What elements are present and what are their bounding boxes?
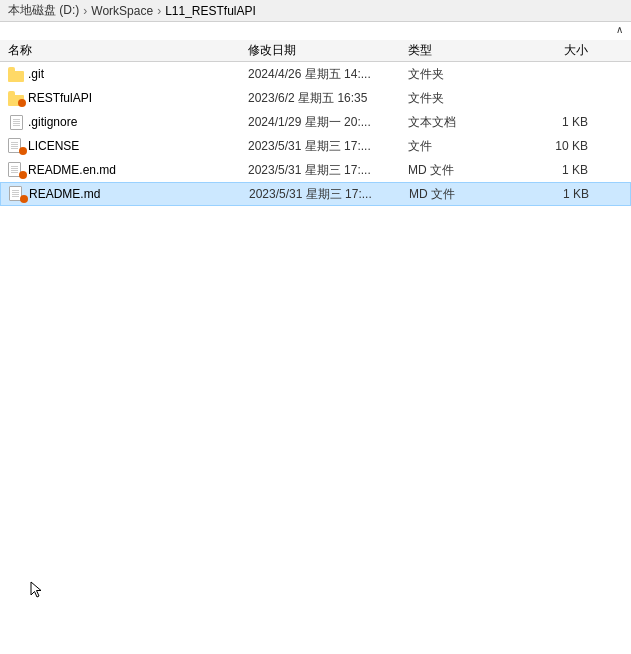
table-row[interactable]: README.md 2023/5/31 星期三 17:... MD 文件 1 K… — [0, 182, 631, 206]
breadcrumb-bar: 本地磁盘 (D:) › WorkSpace › L11_RESTfulAPI — [0, 0, 631, 22]
file-date: 2023/5/31 星期三 17:... — [248, 162, 408, 179]
sort-arrow-icon: ∧ — [616, 24, 623, 38]
text-doc-icon — [8, 114, 24, 130]
file-size: 1 KB — [508, 115, 588, 129]
sort-indicator-bar: ∧ — [0, 22, 631, 40]
file-name: README.md — [29, 187, 249, 201]
folder-icon — [8, 66, 24, 82]
breadcrumb-item-current[interactable]: L11_RESTfulAPI — [165, 4, 256, 18]
file-type: MD 文件 — [408, 162, 508, 179]
breadcrumb-item-workspace[interactable]: WorkSpace — [91, 4, 153, 18]
file-list: .git 2024/4/26 星期五 14:... 文件夹 RESTfulAPI… — [0, 62, 631, 654]
file-date: 2023/5/31 星期三 17:... — [248, 138, 408, 155]
table-row[interactable]: .gitignore 2024/1/29 星期一 20:... 文本文档 1 K… — [0, 110, 631, 134]
table-row[interactable]: LICENSE 2023/5/31 星期三 17:... 文件 10 KB — [0, 134, 631, 158]
md-file-icon — [9, 186, 25, 202]
file-name: README.en.md — [28, 163, 248, 177]
file-type: 文件 — [408, 138, 508, 155]
md-file-icon — [8, 162, 24, 178]
file-list-header: 名称 修改日期 类型 大小 — [0, 40, 631, 62]
file-date: 2024/4/26 星期五 14:... — [248, 66, 408, 83]
column-header-date[interactable]: 修改日期 — [248, 42, 408, 59]
breadcrumb-sep-2: › — [157, 4, 161, 18]
column-header-type[interactable]: 类型 — [408, 42, 508, 59]
file-name: .gitignore — [28, 115, 248, 129]
file-name: .git — [28, 67, 248, 81]
file-name: RESTfulAPI — [28, 91, 248, 105]
file-date: 2024/1/29 星期一 20:... — [248, 114, 408, 131]
file-size: 10 KB — [508, 139, 588, 153]
file-name: LICENSE — [28, 139, 248, 153]
table-row[interactable]: RESTfulAPI 2023/6/2 星期五 16:35 文件夹 — [0, 86, 631, 110]
file-type: 文本文档 — [408, 114, 508, 131]
file-date: 2023/6/2 星期五 16:35 — [248, 90, 408, 107]
file-type: 文件夹 — [408, 66, 508, 83]
breadcrumb-sep-1: › — [83, 4, 87, 18]
table-row[interactable]: README.en.md 2023/5/31 星期三 17:... MD 文件 … — [0, 158, 631, 182]
file-type: MD 文件 — [409, 186, 509, 203]
table-row[interactable]: .git 2024/4/26 星期五 14:... 文件夹 — [0, 62, 631, 86]
file-type: 文件夹 — [408, 90, 508, 107]
file-date: 2023/5/31 星期三 17:... — [249, 186, 409, 203]
breadcrumb-item-drive[interactable]: 本地磁盘 (D:) — [8, 2, 79, 19]
column-header-size[interactable]: 大小 — [508, 42, 588, 59]
column-header-name[interactable]: 名称 — [8, 42, 248, 59]
license-file-icon — [8, 138, 24, 154]
restful-folder-icon — [8, 90, 24, 106]
file-size: 1 KB — [509, 187, 589, 201]
file-size: 1 KB — [508, 163, 588, 177]
